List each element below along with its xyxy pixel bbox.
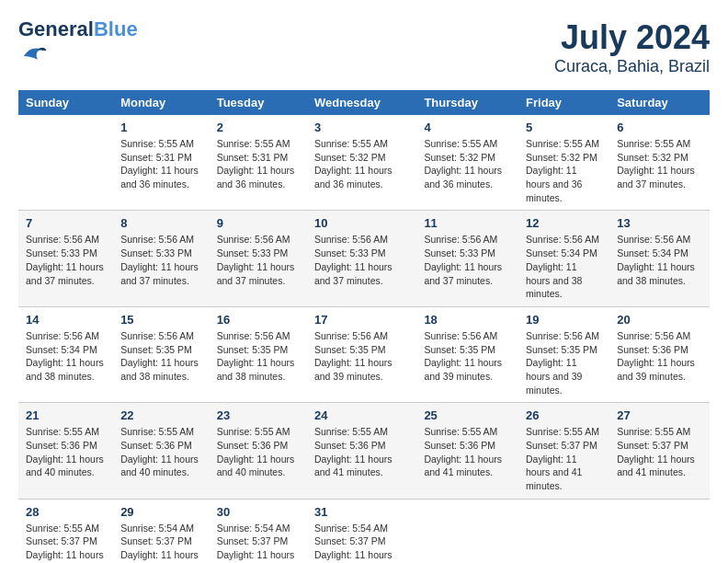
- day-info: Sunrise: 5:56 AM Sunset: 5:33 PM Dayligh…: [424, 233, 511, 287]
- title-block: July 2024 Curaca, Bahia, Brazil: [554, 18, 710, 76]
- table-row: 20 Sunrise: 5:56 AM Sunset: 5:36 PM Dayl…: [609, 306, 710, 402]
- table-row: 19 Sunrise: 5:56 AM Sunset: 5:35 PM Dayl…: [518, 306, 609, 402]
- day-number: 25: [424, 408, 511, 422]
- day-info: Sunrise: 5:56 AM Sunset: 5:35 PM Dayligh…: [314, 329, 409, 384]
- day-info: Sunrise: 5:54 AM Sunset: 5:37 PM Dayligh…: [217, 522, 300, 563]
- day-number: 17: [314, 313, 409, 327]
- table-row: 13 Sunrise: 5:56 AM Sunset: 5:34 PM Dayl…: [609, 211, 710, 306]
- table-row: 28 Sunrise: 5:55 AM Sunset: 5:37 PM Dayl…: [18, 499, 113, 563]
- logo-bird-icon: [20, 40, 48, 68]
- day-info: Sunrise: 5:55 AM Sunset: 5:32 PM Dayligh…: [424, 137, 511, 191]
- day-number: 15: [120, 313, 202, 327]
- day-number: 19: [526, 313, 602, 327]
- day-number: 21: [26, 408, 106, 422]
- day-info: Sunrise: 5:55 AM Sunset: 5:37 PM Dayligh…: [26, 522, 106, 563]
- calendar-table: Sunday Monday Tuesday Wednesday Thursday…: [18, 90, 710, 563]
- day-number: 28: [26, 505, 106, 519]
- table-row: 18 Sunrise: 5:56 AM Sunset: 5:35 PM Dayl…: [416, 306, 518, 402]
- day-info: Sunrise: 5:56 AM Sunset: 5:35 PM Dayligh…: [424, 329, 511, 384]
- table-row: 21 Sunrise: 5:55 AM Sunset: 5:36 PM Dayl…: [18, 403, 113, 499]
- calendar-week-3: 14 Sunrise: 5:56 AM Sunset: 5:34 PM Dayl…: [18, 306, 710, 402]
- day-number: 23: [217, 408, 300, 422]
- day-info: Sunrise: 5:56 AM Sunset: 5:34 PM Dayligh…: [26, 329, 106, 384]
- header-wednesday: Wednesday: [307, 90, 416, 115]
- calendar-week-1: 1 Sunrise: 5:55 AM Sunset: 5:31 PM Dayli…: [18, 115, 710, 211]
- header-saturday: Saturday: [609, 90, 710, 115]
- day-info: Sunrise: 5:55 AM Sunset: 5:37 PM Dayligh…: [617, 425, 702, 479]
- calendar-week-5: 28 Sunrise: 5:55 AM Sunset: 5:37 PM Dayl…: [18, 499, 710, 563]
- day-info: Sunrise: 5:56 AM Sunset: 5:35 PM Dayligh…: [217, 329, 300, 384]
- header: GeneralBlue July 2024 Curaca, Bahia, Bra…: [18, 18, 710, 76]
- day-number: 2: [217, 121, 300, 134]
- day-info: Sunrise: 5:54 AM Sunset: 5:37 PM Dayligh…: [314, 522, 409, 563]
- calendar-week-4: 21 Sunrise: 5:55 AM Sunset: 5:36 PM Dayl…: [18, 403, 710, 499]
- table-row: 12 Sunrise: 5:56 AM Sunset: 5:34 PM Dayl…: [518, 211, 609, 306]
- table-row: 31 Sunrise: 5:54 AM Sunset: 5:37 PM Dayl…: [307, 499, 416, 563]
- table-row: 24 Sunrise: 5:55 AM Sunset: 5:36 PM Dayl…: [307, 403, 416, 499]
- day-info: Sunrise: 5:56 AM Sunset: 5:33 PM Dayligh…: [26, 233, 106, 287]
- calendar-title: July 2024: [554, 18, 710, 57]
- day-number: 3: [314, 121, 409, 134]
- header-friday: Friday: [518, 90, 609, 115]
- table-row: 26 Sunrise: 5:55 AM Sunset: 5:37 PM Dayl…: [518, 403, 609, 499]
- table-row: 27 Sunrise: 5:55 AM Sunset: 5:37 PM Dayl…: [609, 403, 710, 499]
- day-info: Sunrise: 5:55 AM Sunset: 5:31 PM Dayligh…: [120, 137, 202, 191]
- logo-text: GeneralBlue: [18, 18, 138, 40]
- table-row: [609, 499, 710, 563]
- day-info: Sunrise: 5:56 AM Sunset: 5:35 PM Dayligh…: [120, 329, 202, 384]
- day-info: Sunrise: 5:55 AM Sunset: 5:37 PM Dayligh…: [526, 425, 602, 492]
- table-row: [18, 115, 113, 211]
- table-row: 10 Sunrise: 5:56 AM Sunset: 5:33 PM Dayl…: [307, 211, 416, 306]
- table-row: 29 Sunrise: 5:54 AM Sunset: 5:37 PM Dayl…: [113, 499, 210, 563]
- day-number: 22: [120, 408, 202, 422]
- table-row: 4 Sunrise: 5:55 AM Sunset: 5:32 PM Dayli…: [416, 115, 518, 211]
- table-row: [416, 499, 518, 563]
- day-info: Sunrise: 5:56 AM Sunset: 5:34 PM Dayligh…: [617, 233, 702, 287]
- day-number: 16: [217, 313, 300, 327]
- header-tuesday: Tuesday: [210, 90, 307, 115]
- table-row: 2 Sunrise: 5:55 AM Sunset: 5:31 PM Dayli…: [210, 115, 307, 211]
- header-sunday: Sunday: [18, 90, 113, 115]
- calendar-subtitle: Curaca, Bahia, Brazil: [554, 57, 710, 76]
- table-row: 17 Sunrise: 5:56 AM Sunset: 5:35 PM Dayl…: [307, 306, 416, 402]
- day-info: Sunrise: 5:56 AM Sunset: 5:36 PM Dayligh…: [617, 329, 702, 384]
- header-thursday: Thursday: [416, 90, 518, 115]
- day-number: 26: [526, 408, 602, 422]
- day-number: 12: [526, 216, 602, 230]
- table-row: 5 Sunrise: 5:55 AM Sunset: 5:32 PM Dayli…: [518, 115, 609, 211]
- day-number: 31: [314, 505, 409, 519]
- day-info: Sunrise: 5:54 AM Sunset: 5:37 PM Dayligh…: [120, 522, 202, 563]
- day-info: Sunrise: 5:56 AM Sunset: 5:33 PM Dayligh…: [120, 233, 202, 287]
- day-number: 4: [424, 121, 511, 134]
- table-row: 23 Sunrise: 5:55 AM Sunset: 5:36 PM Dayl…: [210, 403, 307, 499]
- day-number: 29: [120, 505, 202, 519]
- day-info: Sunrise: 5:55 AM Sunset: 5:36 PM Dayligh…: [120, 425, 202, 479]
- day-info: Sunrise: 5:56 AM Sunset: 5:33 PM Dayligh…: [314, 233, 409, 287]
- day-info: Sunrise: 5:56 AM Sunset: 5:35 PM Dayligh…: [526, 329, 602, 396]
- day-number: 10: [314, 216, 409, 230]
- day-number: 30: [217, 505, 300, 519]
- table-row: 6 Sunrise: 5:55 AM Sunset: 5:32 PM Dayli…: [609, 115, 710, 211]
- calendar-week-2: 7 Sunrise: 5:56 AM Sunset: 5:33 PM Dayli…: [18, 211, 710, 306]
- day-info: Sunrise: 5:55 AM Sunset: 5:31 PM Dayligh…: [217, 137, 300, 191]
- day-number: 18: [424, 313, 511, 327]
- day-info: Sunrise: 5:55 AM Sunset: 5:32 PM Dayligh…: [314, 137, 409, 191]
- table-row: 9 Sunrise: 5:56 AM Sunset: 5:33 PM Dayli…: [210, 211, 307, 306]
- table-row: 14 Sunrise: 5:56 AM Sunset: 5:34 PM Dayl…: [18, 306, 113, 402]
- table-row: [518, 499, 609, 563]
- day-number: 11: [424, 216, 511, 230]
- table-row: 16 Sunrise: 5:56 AM Sunset: 5:35 PM Dayl…: [210, 306, 307, 402]
- table-row: 8 Sunrise: 5:56 AM Sunset: 5:33 PM Dayli…: [113, 211, 210, 306]
- table-row: 22 Sunrise: 5:55 AM Sunset: 5:36 PM Dayl…: [113, 403, 210, 499]
- day-number: 6: [617, 121, 702, 134]
- day-info: Sunrise: 5:55 AM Sunset: 5:36 PM Dayligh…: [424, 425, 511, 479]
- day-number: 9: [217, 216, 300, 230]
- table-row: 30 Sunrise: 5:54 AM Sunset: 5:37 PM Dayl…: [210, 499, 307, 563]
- header-monday: Monday: [113, 90, 210, 115]
- day-info: Sunrise: 5:55 AM Sunset: 5:36 PM Dayligh…: [314, 425, 409, 479]
- table-row: 3 Sunrise: 5:55 AM Sunset: 5:32 PM Dayli…: [307, 115, 416, 211]
- logo: GeneralBlue: [18, 18, 138, 72]
- day-number: 7: [26, 216, 106, 230]
- day-number: 1: [120, 121, 202, 134]
- day-info: Sunrise: 5:56 AM Sunset: 5:33 PM Dayligh…: [217, 233, 300, 287]
